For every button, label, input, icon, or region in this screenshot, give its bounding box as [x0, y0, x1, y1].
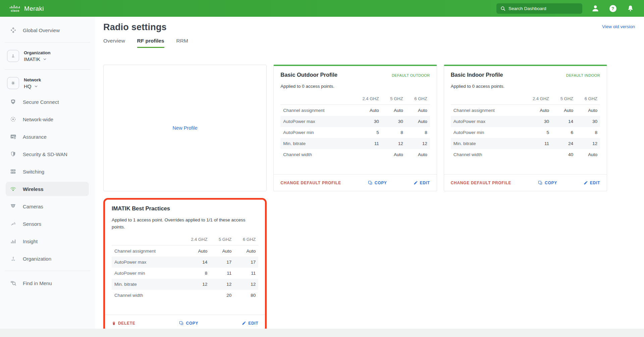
sidebar-label: Sensors [23, 221, 41, 227]
default-indoor-badge: DEFAULT INDOOR [566, 73, 600, 77]
sidebar-label: Cameras [23, 204, 43, 209]
basic-indoor-profile-card: Basic Indoor Profile DEFAULT INDOOR Appl… [444, 65, 607, 191]
search-input[interactable] [508, 6, 579, 11]
sidebar-item-switching[interactable]: Switching [0, 163, 95, 180]
column-header: 2.4 GHZ [186, 233, 210, 246]
network-box-icon [7, 77, 19, 89]
basic-outdoor-profile-card: Basic Outdoor Profile DEFAULT OUTDOOR Ap… [273, 65, 437, 191]
sidebar-item-assurance[interactable]: Assurance [0, 128, 95, 145]
copy-icon [179, 321, 184, 326]
column-header: 5 GHZ [552, 93, 576, 105]
sidebar-item-secure-connect[interactable]: Secure Connect [0, 93, 95, 111]
network-wide-icon [9, 116, 17, 123]
column-header: 5 GHZ [210, 233, 234, 246]
sidebar-item-wireless[interactable]: Wireless [0, 180, 95, 198]
organization-value: IMATIK [24, 56, 40, 62]
edit-button[interactable]: EDIT [414, 181, 430, 185]
table-row: Min. bitrate 12 12 12 [112, 279, 258, 290]
column-header: 2.4 GHZ [358, 93, 382, 105]
top-bar: cisco Meraki ? [0, 0, 644, 17]
sidebar-item-organization[interactable]: Organization [0, 250, 95, 267]
sidebar-divider [5, 69, 90, 70]
table-row: AutoPower max 30 30 Auto [280, 116, 430, 127]
sidebar-label: Assurance [23, 134, 47, 140]
tab-rrm[interactable]: RRM [176, 38, 188, 48]
sidebar-label: Security & SD-WAN [23, 151, 67, 157]
notifications-button[interactable] [626, 4, 635, 13]
camera-icon [9, 203, 17, 210]
help-button[interactable]: ? [608, 4, 617, 13]
highlighted-card-red-border: IMATIK Best Practices Applied to 1 acces… [103, 198, 267, 333]
sidebar-item-insight[interactable]: Insight [0, 232, 95, 250]
edit-button[interactable]: EDIT [242, 321, 258, 326]
organization-selector[interactable]: Organization IMATIK [0, 46, 95, 66]
pencil-icon [584, 181, 588, 185]
help-icon: ? [609, 5, 616, 12]
pencil-icon [414, 181, 418, 185]
chevron-down-icon [34, 84, 38, 88]
column-header: 6 GHZ [234, 233, 258, 246]
bell-icon [627, 5, 634, 12]
sidebar: Global Overview Organization IMATIK [0, 17, 95, 329]
brand-logo: cisco Meraki [9, 5, 44, 12]
card-title: IMATIK Best Practices [112, 205, 170, 212]
view-old-version-link[interactable]: View old version [602, 24, 635, 29]
table-row: Channel width 40 Auto [451, 149, 600, 160]
table-row: Channel assignment Auto Auto Auto [280, 105, 430, 116]
sidebar-label: Network-wide [23, 117, 53, 122]
account-button[interactable] [591, 4, 600, 13]
column-header: 2.4 GHZ [528, 93, 552, 105]
tab-overview[interactable]: Overview [103, 38, 125, 48]
search-icon [500, 6, 506, 11]
copy-button[interactable]: COPY [179, 321, 198, 326]
sidebar-label: Wireless [23, 186, 44, 192]
delete-button[interactable]: DELETE [112, 321, 136, 326]
sensors-icon [9, 220, 17, 227]
change-default-profile-button[interactable]: CHANGE DEFAULT PROFILE [451, 181, 512, 185]
meraki-wordmark: Meraki [24, 5, 44, 12]
cisco-logo-icon: cisco [9, 5, 21, 12]
sidebar-label: Secure Connect [23, 99, 59, 105]
sidebar-label: Global Overview [23, 27, 60, 33]
column-header-empty [280, 93, 357, 105]
table-row: AutoPower max 30 14 30 [451, 116, 600, 127]
security-sdwan-icon [9, 151, 17, 157]
network-selector[interactable]: Network HQ [0, 73, 95, 93]
chevron-down-icon [43, 57, 47, 61]
dashboard-search[interactable] [496, 3, 582, 14]
applied-text: Applied to 1 access point. Overrides app… [112, 217, 246, 231]
sidebar-item-global-overview[interactable]: Global Overview [0, 21, 95, 39]
copy-button[interactable]: COPY [368, 180, 387, 185]
new-profile-card: New Profile [103, 65, 267, 191]
sidebar-divider [5, 42, 90, 43]
column-header: 6 GHZ [406, 93, 430, 105]
rf-settings-table: 2.4 GHZ 5 GHZ 6 GHZ Channel assignment A… [112, 233, 258, 301]
change-default-profile-button[interactable]: CHANGE DEFAULT PROFILE [280, 181, 341, 185]
sidebar-item-sensors[interactable]: Sensors [0, 215, 95, 232]
default-outdoor-badge: DEFAULT OUTDOOR [392, 73, 430, 77]
card-title: Basic Indoor Profile [451, 72, 503, 78]
sidebar-label: Insight [23, 239, 38, 244]
network-value: HQ [24, 83, 32, 89]
page-title: Radio settings [103, 22, 167, 32]
new-profile-link[interactable]: New Profile [173, 125, 198, 131]
tab-rf-profiles[interactable]: RF profiles [137, 38, 164, 48]
column-header-empty [112, 233, 186, 246]
sidebar-item-cameras[interactable]: Cameras [0, 198, 95, 215]
person-icon [591, 4, 599, 12]
table-row: Channel width 20 80 [112, 290, 258, 301]
sidebar-item-security-sdwan[interactable]: Security & SD-WAN [0, 145, 95, 163]
sidebar-item-find-in-menu[interactable]: Find in Menu [0, 274, 95, 292]
tab-bar: Overview RF profiles RRM [103, 38, 635, 48]
global-overview-icon [9, 27, 17, 34]
insight-bars-icon [9, 238, 17, 245]
copy-button[interactable]: COPY [538, 180, 557, 185]
imatik-best-practices-card: IMATIK Best Practices Applied to 1 acces… [105, 200, 265, 331]
organization-box-icon [7, 50, 19, 62]
sidebar-item-network-wide[interactable]: Network-wide [0, 111, 95, 128]
applied-text: Applied to 0 access points. [451, 83, 585, 90]
wireless-active-highlight: Wireless [6, 182, 89, 196]
table-row: AutoPower min 5 8 8 [280, 127, 430, 138]
main-content: Radio settings View old version Overview… [95, 17, 644, 329]
edit-button[interactable]: EDIT [584, 181, 600, 185]
